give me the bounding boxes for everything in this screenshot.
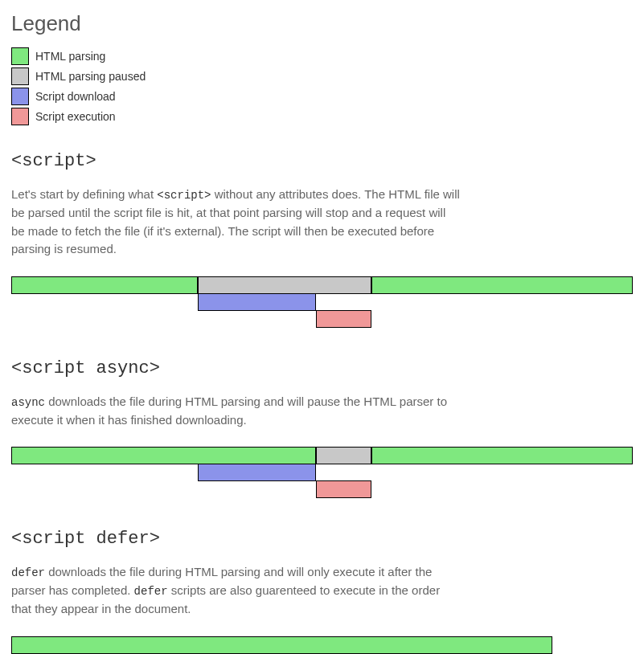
code-literal: async [11,396,45,409]
section-text-script: Let's start by defining what <script> wi… [11,186,461,259]
bar-html-parsing [371,276,633,294]
bar-script-execution [316,310,372,328]
bar-html-parsing [11,447,316,464]
legend-label: HTML parsing [35,48,105,65]
bar-script-download [198,293,316,311]
bar-html-parsing-paused [198,276,371,294]
legend-item-script-execution: Script execution [11,108,633,125]
text: Let's start by defining what [11,187,157,201]
swatch-script-execution [11,108,29,125]
legend-item-html-parsing: HTML parsing [11,47,633,65]
legend-label: Script download [35,88,116,105]
legend-label: Script execution [35,108,116,125]
bar-html-parsing [11,276,198,294]
bar-html-parsing [371,447,633,464]
swatch-html-parsing [11,47,29,65]
diagram-script-defer [11,636,633,655]
section-heading-script-defer: <script defer> [11,525,633,552]
diagram-script [11,276,633,333]
text: downloads the file during HTML parsing a… [11,394,447,427]
swatch-html-parsing-paused [11,67,29,85]
diagram-script-async [11,447,633,503]
code-literal: defer [134,585,168,598]
legend-item-html-parsing-paused: HTML parsing paused [11,67,633,85]
swatch-script-download [11,88,29,105]
code-literal: <script> [157,189,211,202]
bar-html-parsing [11,636,552,654]
legend-item-script-download: Script download [11,88,633,105]
code-literal: defer [11,566,45,579]
bar-html-parsing-paused [316,447,372,464]
bar-script-execution [316,480,372,498]
legend-title: Legend [11,8,633,39]
bar-script-download [198,464,316,481]
section-heading-script-async: <script async> [11,355,633,382]
section-text-script-async: async downloads the file during HTML par… [11,393,461,430]
section-text-script-defer: defer downloads the file during HTML par… [11,563,461,619]
section-heading-script: <script> [11,148,633,174]
legend-label: HTML parsing paused [35,68,146,85]
